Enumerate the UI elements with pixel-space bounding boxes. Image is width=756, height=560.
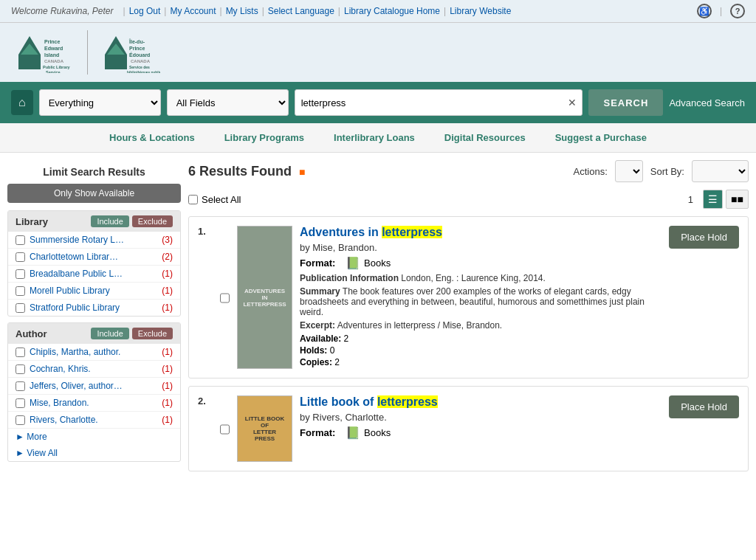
logout-link[interactable]: Log Out xyxy=(129,6,161,16)
nav-programs[interactable]: Library Programs xyxy=(210,123,319,152)
result-checkbox-1[interactable] xyxy=(220,397,230,462)
advanced-search-link[interactable]: Advanced Search xyxy=(669,97,745,108)
library-count-4: (1) xyxy=(162,303,173,313)
result-num-0: 1. xyxy=(198,226,213,369)
catalogue-home-link[interactable]: Library Catalogue Home xyxy=(344,6,440,16)
author-facet-header: Author Include Exclude xyxy=(8,323,180,344)
library-item-0: Summerside Rotary L… (3) xyxy=(8,232,180,249)
nav-hours[interactable]: Hours & Locations xyxy=(94,123,210,152)
library-count-3: (1) xyxy=(162,286,173,296)
result-copies-0: Copies: 2 xyxy=(300,357,662,367)
book-icon-0: 📗 xyxy=(346,256,360,270)
svg-text:Service des: Service des xyxy=(129,65,150,69)
library-label-0[interactable]: Summerside Rotary L… xyxy=(30,235,157,245)
library-checkbox-3[interactable] xyxy=(16,286,25,296)
select-all-checkbox[interactable] xyxy=(188,195,198,204)
author-count-4: (1) xyxy=(162,415,173,425)
library-label-3[interactable]: Morell Public Library xyxy=(30,286,157,296)
author-checkbox-4[interactable] xyxy=(16,415,25,425)
result-actions-0: Place Hold xyxy=(669,226,739,369)
book-icon-1: 📗 xyxy=(346,426,360,440)
result-item-0: 1. ADVENTURES IN LETTERPRESS Adventures … xyxy=(188,216,749,378)
nav-interlibrary[interactable]: Interlibrary Loans xyxy=(319,123,430,152)
sort-select[interactable]: Title Author Date xyxy=(692,160,749,182)
scope-select[interactable]: Everything Catalogue Articles xyxy=(39,89,161,116)
clear-search-button[interactable]: ✕ xyxy=(568,97,577,108)
library-checkbox-4[interactable] xyxy=(16,303,25,313)
result-cover-1: LITTLE BOOK OF LETTER PRESS xyxy=(237,395,292,462)
result-actions-1: Place Hold xyxy=(669,395,739,462)
actions-label: Actions: xyxy=(574,166,608,177)
only-available-button[interactable]: Only Show Available xyxy=(7,184,181,203)
help-icon[interactable]: ? xyxy=(730,4,745,18)
sidebar-title: Limit Search Results xyxy=(7,160,181,184)
author-facet-view-all: ► View All xyxy=(8,445,180,461)
result-title-0[interactable]: Adventures in letterpress xyxy=(300,226,662,239)
author-checkbox-1[interactable] xyxy=(16,364,25,374)
result-cover-0: ADVENTURES IN LETTERPRESS xyxy=(237,226,292,369)
place-hold-button-1[interactable]: Place Hold xyxy=(669,395,739,418)
nav-suggest[interactable]: Suggest a Purchase xyxy=(540,123,662,152)
result-info-1: Little book of letterpress by Rivers, Ch… xyxy=(300,395,662,462)
my-lists-link[interactable]: My Lists xyxy=(226,6,258,16)
library-item-3: Morell Public Library (1) xyxy=(8,283,180,300)
results-count-text: 6 Results Found xyxy=(188,164,292,179)
home-button[interactable]: ⌂ xyxy=(11,90,33,115)
author-count-0: (1) xyxy=(162,347,173,357)
grid-view-button[interactable]: ■■ xyxy=(726,190,749,209)
rss-icon[interactable]: ■ xyxy=(299,166,305,178)
library-checkbox-1[interactable] xyxy=(16,252,25,262)
nav-digital[interactable]: Digital Resources xyxy=(430,123,540,152)
author-checkbox-2[interactable] xyxy=(16,381,25,391)
library-include-button[interactable]: Include xyxy=(91,215,128,227)
author-label-2[interactable]: Jeffers, Oliver, author… xyxy=(30,381,157,391)
library-website-link[interactable]: Library Website xyxy=(450,6,511,16)
library-label-4[interactable]: Stratford Public Library xyxy=(30,303,157,313)
svg-rect-0 xyxy=(18,55,41,69)
author-checkbox-0[interactable] xyxy=(16,348,25,357)
accessibility-icon[interactable]: ♿ xyxy=(697,4,712,18)
search-input[interactable] xyxy=(295,89,583,116)
search-button[interactable]: SEARCH xyxy=(588,89,663,116)
place-hold-button-0[interactable]: Place Hold xyxy=(669,226,739,249)
results-header: 6 Results Found ■ Actions: Sort By: Titl… xyxy=(188,160,749,182)
select-language-link[interactable]: Select Language xyxy=(268,6,334,16)
sort-label: Sort By: xyxy=(650,166,684,177)
results-toolbar: Select All 1 ☰ ■■ xyxy=(188,190,749,209)
field-select[interactable]: All Fields Title Author Subject ISBN xyxy=(167,89,289,116)
author-checkbox-3[interactable] xyxy=(16,398,25,408)
result-format-0: Format: 📗Books xyxy=(300,256,662,270)
author-facet: Author Include Exclude Chiplis, Martha, … xyxy=(7,322,181,462)
my-account-link[interactable]: My Account xyxy=(170,6,216,16)
author-count-1: (1) xyxy=(162,364,173,374)
results-area: 6 Results Found ■ Actions: Sort By: Titl… xyxy=(188,160,749,479)
library-exclude-button[interactable]: Exclude xyxy=(132,215,173,227)
author-view-all-link[interactable]: ► View All xyxy=(16,448,58,458)
library-checkbox-0[interactable] xyxy=(16,235,25,245)
author-label-3[interactable]: Mise, Brandon. xyxy=(30,398,157,408)
page-number: 1 xyxy=(688,194,693,205)
result-num-1: 2. xyxy=(198,395,213,462)
list-view-button[interactable]: ☰ xyxy=(703,190,723,209)
library-label-1[interactable]: Charlottetown Librar… xyxy=(30,252,157,262)
author-label-0[interactable]: Chiplis, Martha, author. xyxy=(30,347,157,357)
library-label-2[interactable]: Breadalbane Public L… xyxy=(30,269,157,279)
author-item-4: Rivers, Charlotte. (1) xyxy=(8,412,180,429)
library-count-0: (3) xyxy=(162,235,173,245)
library-facet-buttons: Include Exclude xyxy=(91,215,173,227)
library-checkbox-2[interactable] xyxy=(16,269,25,279)
result-title-1[interactable]: Little book of letterpress xyxy=(300,395,662,409)
author-label-4[interactable]: Rivers, Charlotte. xyxy=(30,415,157,425)
author-item-2: Jeffers, Oliver, author… (1) xyxy=(8,378,180,395)
author-exclude-button[interactable]: Exclude xyxy=(132,328,173,339)
result-info-0: Adventures in letterpress by Mise, Brand… xyxy=(300,226,662,369)
select-all-wrap: Select All xyxy=(188,194,682,205)
author-include-button[interactable]: Include xyxy=(91,328,128,339)
author-label-1[interactable]: Cochran, Khris. xyxy=(30,364,157,374)
result-format-1: Format: 📗Books xyxy=(300,426,662,440)
author-more-link[interactable]: ► More xyxy=(16,432,47,442)
author-item-3: Mise, Brandon. (1) xyxy=(8,395,180,412)
select-all-label: Select All xyxy=(202,194,241,205)
result-checkbox-0[interactable] xyxy=(220,227,230,369)
actions-select[interactable] xyxy=(615,160,643,182)
